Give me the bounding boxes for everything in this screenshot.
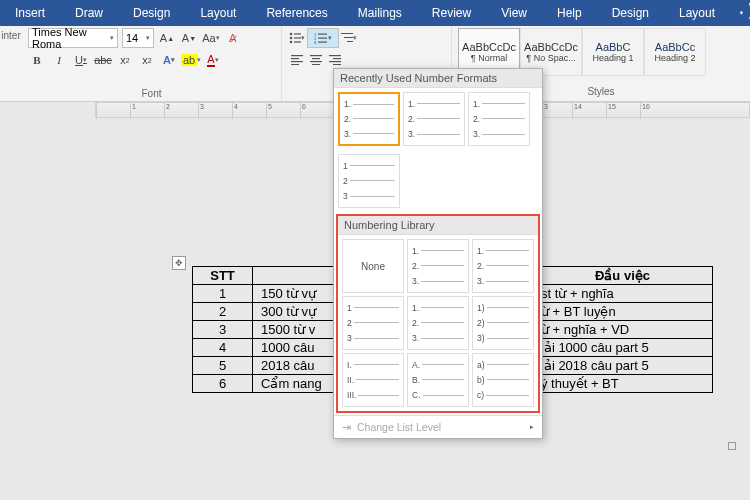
- svg-rect-21: [312, 58, 320, 59]
- tab-references[interactable]: References: [251, 0, 342, 26]
- ribbon-tabs: Insert Draw Design Layout References Mai…: [0, 0, 750, 26]
- lightbulb-icon: [740, 6, 743, 20]
- tab-draw[interactable]: Draw: [60, 0, 118, 26]
- tab-mailings[interactable]: Mailings: [343, 0, 417, 26]
- multilevel-button[interactable]: ▾: [340, 29, 358, 47]
- numbering-tile-none[interactable]: None: [342, 239, 404, 293]
- bold-button[interactable]: B: [28, 51, 46, 69]
- svg-rect-16: [291, 55, 303, 56]
- tab-table-design[interactable]: Design: [597, 0, 664, 26]
- numbering-library-header: Numbering Library: [338, 216, 538, 235]
- svg-rect-24: [329, 55, 341, 56]
- svg-rect-22: [310, 61, 322, 62]
- subscript-button[interactable]: x2: [116, 51, 134, 69]
- table-resize-handle[interactable]: [728, 442, 736, 450]
- numbering-tile[interactable]: 1.2.3.: [338, 92, 400, 146]
- cell-stt[interactable]: 6: [193, 375, 253, 393]
- svg-rect-26: [329, 61, 341, 62]
- tab-design[interactable]: Design: [118, 0, 185, 26]
- cell-dv[interactable]: ừ + BT luyện: [533, 303, 713, 321]
- italic-button[interactable]: I: [50, 51, 68, 69]
- bullets-icon: [289, 32, 301, 44]
- svg-rect-12: [318, 42, 327, 43]
- tab-insert[interactable]: Insert: [0, 0, 60, 26]
- svg-text:3: 3: [314, 40, 317, 45]
- table-move-handle[interactable]: ✥: [172, 256, 186, 270]
- strikethrough-button[interactable]: abc: [94, 51, 112, 69]
- font-group: Times New Roma▾ 14▾ A▲ A▼ Aa▾ A̷ B I U▾ …: [22, 26, 282, 101]
- highlight-button[interactable]: ab▾: [182, 51, 200, 69]
- recent-formats-header: Recently Used Number Formats: [334, 69, 542, 88]
- svg-rect-4: [294, 37, 301, 38]
- change-case-button[interactable]: Aa▾: [202, 29, 220, 47]
- svg-rect-8: [318, 34, 327, 35]
- tab-view[interactable]: View: [486, 0, 542, 26]
- cell-stt[interactable]: 3: [193, 321, 253, 339]
- superscript-button[interactable]: x2: [138, 51, 156, 69]
- svg-rect-13: [341, 33, 353, 34]
- align-center-button[interactable]: [307, 51, 325, 69]
- tab-help[interactable]: Help: [542, 0, 597, 26]
- numbering-tile[interactable]: 123: [342, 296, 404, 350]
- style-heading-1[interactable]: AaBbCHeading 1: [582, 28, 644, 76]
- font-name-select[interactable]: Times New Roma▾: [28, 28, 118, 48]
- svg-rect-17: [291, 58, 299, 59]
- tab-review[interactable]: Review: [417, 0, 486, 26]
- align-left-button[interactable]: [288, 51, 306, 69]
- align-center-icon: [310, 55, 322, 65]
- shrink-font-button[interactable]: A▼: [180, 29, 198, 47]
- cell-stt[interactable]: 4: [193, 339, 253, 357]
- painter-label: inter: [1, 30, 20, 41]
- tab-table-layout[interactable]: Layout: [664, 0, 730, 26]
- text-effects-button[interactable]: A▾: [160, 51, 178, 69]
- numbering-icon: 123: [314, 32, 328, 44]
- font-size-select[interactable]: 14▾: [122, 28, 154, 48]
- numbering-tile[interactable]: 1.2.3.: [407, 239, 469, 293]
- cell-stt[interactable]: 5: [193, 357, 253, 375]
- numbering-tile[interactable]: 1.2.3.: [472, 239, 534, 293]
- numbering-tile[interactable]: A.B.C.: [407, 353, 469, 407]
- format-painter-group: inter: [0, 26, 22, 101]
- svg-rect-6: [294, 41, 301, 42]
- numbering-tile[interactable]: 1)2)3): [472, 296, 534, 350]
- svg-rect-19: [291, 64, 299, 65]
- svg-rect-20: [310, 55, 322, 56]
- align-right-button[interactable]: [326, 51, 344, 69]
- tab-layout[interactable]: Layout: [185, 0, 251, 26]
- underline-button[interactable]: U▾: [72, 51, 90, 69]
- numbering-library-box: Numbering Library None1.2.3.1.2.3.1231.2…: [336, 214, 540, 413]
- grow-font-button[interactable]: A▲: [158, 29, 176, 47]
- cell-dv[interactable]: st từ + nghĩa: [533, 285, 713, 303]
- change-list-level: ⇥ Change List Level ▸: [334, 415, 542, 438]
- numbering-tile[interactable]: a)b)c): [472, 353, 534, 407]
- align-left-icon: [291, 55, 303, 65]
- cell-dv[interactable]: iải 1000 câu part 5: [533, 339, 713, 357]
- style-heading-2[interactable]: AaBbCcHeading 2: [644, 28, 706, 76]
- svg-point-5: [290, 41, 293, 44]
- svg-point-3: [290, 37, 293, 40]
- numbering-tile[interactable]: 1.2.3.: [468, 92, 530, 146]
- svg-rect-18: [291, 61, 303, 62]
- numbering-tile[interactable]: 1.2.3.: [403, 92, 465, 146]
- bullets-button[interactable]: ▾: [288, 29, 306, 47]
- table-header-dv[interactable]: Đầu việc: [533, 267, 713, 285]
- numbering-dropdown: Recently Used Number Formats 1.2.3.1.2.3…: [333, 68, 543, 439]
- clear-formatting-button[interactable]: A̷: [224, 29, 242, 47]
- table-header-stt[interactable]: STT: [193, 267, 253, 285]
- cell-dv[interactable]: ý thuyết + BT: [533, 375, 713, 393]
- font-color-button[interactable]: A▾: [204, 51, 222, 69]
- numbering-tile-extra[interactable]: 123: [338, 154, 400, 208]
- cell-stt[interactable]: 1: [193, 285, 253, 303]
- numbering-tile[interactable]: I.II.III.: [342, 353, 404, 407]
- svg-rect-23: [312, 64, 320, 65]
- svg-rect-14: [344, 37, 353, 38]
- svg-point-1: [290, 33, 293, 36]
- cell-dv[interactable]: iải 2018 câu part 5: [533, 357, 713, 375]
- cell-stt[interactable]: 2: [193, 303, 253, 321]
- multilevel-icon: [341, 32, 353, 44]
- numbering-button[interactable]: 123▾: [307, 28, 339, 48]
- numbering-tile[interactable]: 1.2.3.: [407, 296, 469, 350]
- font-group-label: Font: [28, 88, 275, 101]
- svg-rect-25: [333, 58, 341, 59]
- cell-dv[interactable]: ừ + nghĩa + VD: [533, 321, 713, 339]
